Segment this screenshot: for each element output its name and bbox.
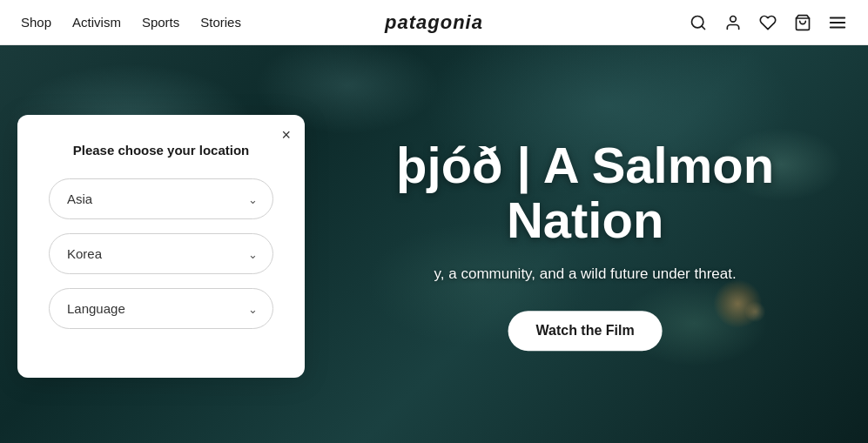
svg-point-2 [730, 16, 737, 22]
menu-icon[interactable] [828, 13, 847, 32]
nav-item-shop[interactable]: Shop [21, 15, 51, 30]
language-select[interactable]: Language English Korean Japanese [49, 288, 273, 329]
nav-item-sports[interactable]: Sports [142, 15, 179, 30]
location-modal: × Please choose your location Asia North… [17, 115, 305, 378]
navbar: Shop Activism Sports Stories patagonia [0, 0, 868, 45]
watch-film-button[interactable]: Watch the Film [508, 311, 663, 351]
nav-item-activism[interactable]: Activism [72, 15, 121, 30]
nav-right [689, 13, 847, 32]
site-logo[interactable]: patagonia [385, 11, 483, 34]
language-select-wrapper: Language English Korean Japanese ⌄ [49, 288, 273, 329]
country-select-wrapper: Korea Japan China India ⌄ [49, 233, 273, 274]
country-select[interactable]: Korea Japan China India [49, 233, 273, 274]
hero-content: þjóð | A SalmonNation y, a community, an… [396, 138, 774, 352]
wishlist-icon[interactable] [758, 13, 777, 32]
cart-icon[interactable] [793, 13, 812, 32]
region-select[interactable]: Asia North America Europe Latin America … [49, 178, 273, 219]
nav-left: Shop Activism Sports Stories [21, 15, 241, 30]
account-icon[interactable] [723, 13, 743, 32]
hero-title: þjóð | A SalmonNation [396, 138, 774, 249]
hero-subtitle: y, a community, and a wild future under … [396, 265, 774, 283]
modal-title: Please choose your location [49, 143, 273, 158]
nav-item-stories[interactable]: Stories [200, 15, 241, 30]
modal-close-button[interactable]: × [281, 127, 291, 143]
search-icon[interactable] [689, 13, 708, 32]
svg-line-1 [702, 25, 705, 29]
region-select-wrapper: Asia North America Europe Latin America … [49, 178, 273, 219]
